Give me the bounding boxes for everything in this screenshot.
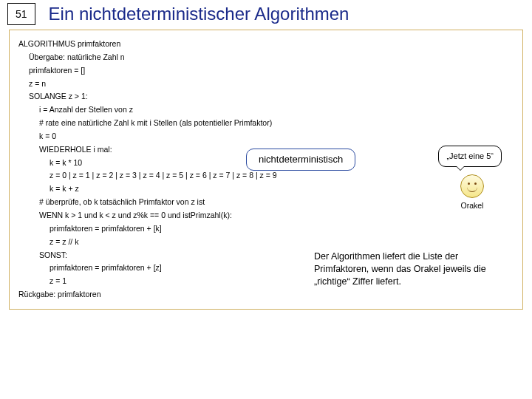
algo-line: ALGORITHMUS primfaktoren [18, 38, 514, 51]
slide-title: Ein nichtdeterministischer Algorithmen [49, 4, 349, 24]
speech-bubble: „Jetzt eine 5“ [438, 146, 502, 167]
algo-line: SOLANGE z > 1: [29, 90, 514, 103]
algo-line: z = 0 | z = 1 | z = 2 | z = 3 | z = 4 | … [50, 169, 514, 183]
algo-line: k = 0 [39, 130, 514, 143]
algo-line: primfaktoren = [] [29, 64, 514, 78]
slide-number: 51 [7, 3, 35, 25]
algo-line: z = n [29, 78, 514, 91]
oracle-figure: Orakel [460, 174, 484, 213]
algo-line: k = k + z [50, 183, 514, 196]
algo-line: Rückgabe: primfaktoren [18, 288, 514, 301]
algo-line: primfaktoren = primfaktoren + [k] [50, 222, 514, 236]
algo-line: z = z // k [50, 236, 514, 249]
nondeterministic-callout: nichtdeterministisch [246, 149, 355, 171]
algorithm-box: ALGORITHMUS primfaktoren Übergabe: natür… [9, 30, 523, 310]
slide-header: 51 Ein nichtdeterministischer Algorithme… [0, 0, 532, 30]
algo-line: Übergabe: natürliche Zahl n [29, 51, 514, 64]
oracle-label: Orakel [460, 200, 484, 213]
algo-line: WENN k > 1 und k < z und z%k == 0 und is… [39, 209, 514, 222]
algo-line: # rate eine natürliche Zahl k mit i Stel… [39, 117, 514, 130]
algo-line: # überprüfe, ob k tatsächlich Primfaktor… [39, 196, 514, 209]
explanation-text: Der Algorithmen liefert die Liste der Pr… [314, 250, 506, 288]
algo-line: i = Anzahl der Stellen von z [39, 103, 514, 117]
smiley-icon [460, 174, 484, 198]
